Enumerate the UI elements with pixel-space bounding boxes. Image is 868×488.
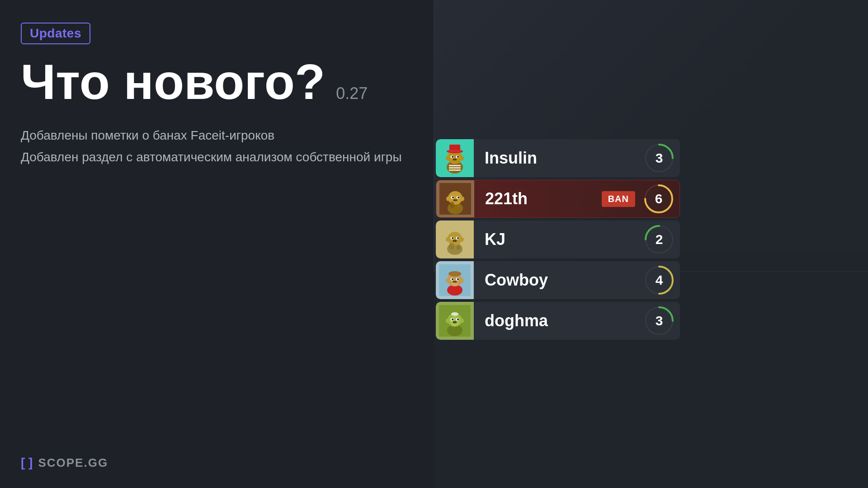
page-title: Что нового? 0.27 bbox=[21, 57, 847, 107]
score-doghma: 3 bbox=[656, 313, 663, 328]
svg-point-46 bbox=[453, 240, 455, 242]
svg-point-44 bbox=[457, 237, 459, 239]
svg-point-47 bbox=[455, 240, 457, 242]
player-row-kj: KJ 2 bbox=[436, 221, 680, 258]
avatar-doghma bbox=[436, 302, 474, 340]
score-insulin: 3 bbox=[656, 150, 663, 166]
svg-point-77 bbox=[451, 312, 458, 316]
avatar-kj bbox=[436, 221, 474, 258]
svg-point-52 bbox=[446, 278, 449, 283]
svg-point-53 bbox=[460, 278, 464, 283]
update-list: Добавлены пометки о банах Faceit-игроков… bbox=[21, 125, 847, 168]
score-221th: 6 bbox=[655, 191, 663, 206]
svg-point-57 bbox=[452, 278, 453, 280]
svg-point-36 bbox=[448, 232, 462, 245]
svg-point-76 bbox=[455, 322, 457, 323]
svg-point-43 bbox=[452, 237, 453, 239]
svg-point-40 bbox=[457, 245, 460, 250]
svg-point-54 bbox=[448, 271, 461, 277]
player-name-kj: KJ bbox=[474, 230, 643, 249]
logo: [ ] SCOPE.GG bbox=[21, 455, 108, 470]
player-row-cowboy: Cowboy 4 bbox=[436, 261, 680, 299]
svg-point-38 bbox=[460, 237, 464, 242]
svg-point-75 bbox=[453, 322, 455, 323]
score-kj: 2 bbox=[656, 232, 663, 247]
svg-point-62 bbox=[451, 282, 458, 286]
svg-point-73 bbox=[457, 319, 459, 320]
player-score-kj: 2 bbox=[643, 223, 675, 256]
player-name-doghma: doghma bbox=[474, 311, 643, 330]
svg-point-58 bbox=[457, 278, 459, 280]
svg-point-67 bbox=[446, 319, 449, 323]
update-item-1: Добавлены пометки о банах Faceit-игроков bbox=[21, 125, 847, 146]
svg-point-72 bbox=[452, 319, 453, 320]
logo-icon: [ ] bbox=[21, 455, 33, 470]
player-score-doghma: 3 bbox=[643, 305, 675, 337]
player-row-doghma: doghma 3 bbox=[436, 302, 680, 340]
version-number: 0.27 bbox=[336, 85, 368, 102]
player-score-cowboy: 4 bbox=[643, 264, 675, 296]
updates-badge: Updates bbox=[21, 23, 90, 44]
player-name-cowboy: Cowboy bbox=[474, 271, 643, 290]
avatar-cowboy bbox=[436, 261, 474, 299]
svg-point-68 bbox=[460, 319, 464, 323]
logo-text: SCOPE.GG bbox=[38, 456, 108, 470]
score-cowboy: 4 bbox=[656, 272, 663, 288]
svg-point-39 bbox=[449, 243, 454, 250]
svg-point-37 bbox=[446, 237, 449, 242]
update-item-2: Добавлен раздел с автоматическим анализо… bbox=[21, 146, 847, 168]
